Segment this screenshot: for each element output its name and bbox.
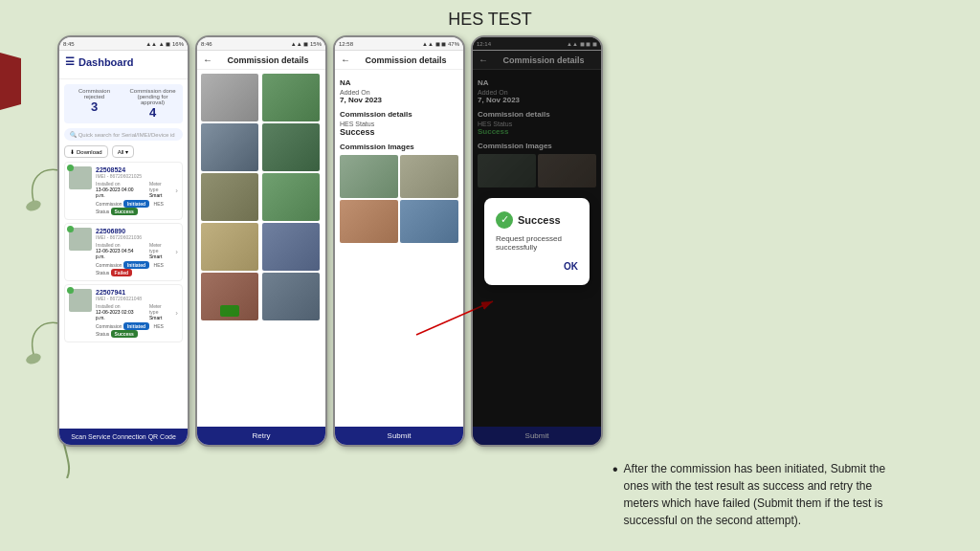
phone1-status-bar: 8:45 ▲▲ ▲ ◼ 16%: [59, 37, 188, 51]
phone2-commission: 8:46 ▲▲ ◼ 15% ← Commission details: [195, 35, 327, 447]
badge-commission-2: Initiated: [123, 261, 149, 269]
description-text: After the commission has been initiated,…: [624, 460, 900, 529]
p3-img-2: [400, 155, 458, 198]
meter-card-3[interactable]: 22507941 IMEI - 867206021048 Installed o…: [64, 284, 183, 342]
meter-card-2[interactable]: 22506890 IMEI - 867206021036 Installed o…: [64, 223, 183, 281]
chevron-right-2: ›: [175, 248, 178, 256]
commission-images-grid-2: [197, 70, 325, 324]
back-arrow-2[interactable]: ←: [203, 55, 212, 65]
chevron-right-1: ›: [175, 187, 178, 195]
scan-qr-button[interactable]: Scan Service Connection QR Code: [59, 429, 188, 445]
bullet-point: • After the commission has been initiate…: [612, 460, 900, 529]
phone1-dashboard-title: ☰ Dashboard: [65, 55, 182, 68]
success-title-row: ✓ Success: [496, 211, 578, 229]
download-button[interactable]: ⬇ Download: [64, 145, 108, 158]
commission-stats: Commission rejected 3 Commission done (p…: [64, 84, 183, 123]
p3-img-1: [340, 155, 398, 198]
meter-dates-3: Installed on 12-06-2023 02:03 p.m. Meter…: [96, 303, 171, 320]
bullet-dot: •: [612, 460, 618, 478]
stat-done: Commission done (pending for approval) 4: [126, 88, 179, 120]
phone3-header: ← Commission details: [335, 51, 463, 70]
phone4-success: 12:14 ▲▲ ◼ ◼ ◼ ← Commission details NA A…: [471, 35, 603, 447]
download-bar: ⬇ Download All ▾: [64, 145, 183, 158]
meter-dates-1: Installed on 13-06-2023 04:00 p.m. Meter…: [96, 181, 171, 198]
commission-image-2-4: [262, 123, 320, 171]
p3-img-4: [400, 200, 458, 243]
commission-image-2-6: [262, 173, 320, 221]
phone1-search[interactable]: 🔍 Quick search for Serial/IMEI/Device id: [64, 128, 183, 141]
arrow-overlay: [220, 305, 239, 317]
success-title: Success: [518, 214, 561, 226]
commission-image-2-2: [262, 74, 320, 121]
meter-dates-2: Installed on 12-06-2023 04:54 p.m. Meter…: [96, 242, 171, 259]
phone3-status-bar: 12:58 ▲▲ ◼ ◼ 47%: [335, 37, 463, 51]
meter-info-2: 22506890 IMEI - 867206021036 Installed o…: [96, 228, 171, 276]
meter-card-1[interactable]: 22508524 IMEI - 867206021025 Installed o…: [64, 162, 183, 220]
success-check-icon: ✓: [496, 211, 513, 229]
green-dot-2: [67, 226, 74, 232]
commission-image-2-1: [201, 74, 258, 121]
commission-image-2-10: [262, 273, 320, 320]
phone2-status-bar: 8:46 ▲▲ ◼ 15%: [197, 37, 325, 51]
commission-image-2-3: [201, 123, 258, 171]
commission-image-2-8: [262, 223, 320, 271]
ok-button[interactable]: OK: [496, 261, 578, 272]
success-message: Request processed successfully: [496, 234, 578, 252]
page-title: HES TEST: [0, 0, 980, 35]
badge-hes-3: Success: [111, 330, 138, 338]
badge-hes-1: Success: [111, 208, 138, 215]
meter-info-1: 22508524 IMEI - 867206021025 Installed o…: [96, 166, 171, 215]
success-overlay: ✓ Success Request processed successfully…: [473, 37, 601, 445]
green-dot-1: [67, 165, 74, 171]
back-arrow-3[interactable]: ←: [341, 55, 350, 65]
phones-row: 8:45 ▲▲ ▲ ◼ 16% ☰ Dashboard Commission r…: [57, 35, 603, 447]
red-tab-decoration: [0, 53, 21, 110]
description-area: • After the commission has been initiate…: [612, 452, 900, 548]
phone1-body: Commission rejected 3 Commission done (p…: [59, 79, 188, 350]
submit-button-3[interactable]: Submit: [335, 427, 463, 445]
phone1-dashboard: 8:45 ▲▲ ▲ ◼ 16% ☰ Dashboard Commission r…: [57, 35, 189, 447]
phone1-header: ☰ Dashboard: [59, 51, 188, 79]
all-dropdown[interactable]: All ▾: [112, 145, 134, 158]
main-content: 8:45 ▲▲ ▲ ◼ 16% ☰ Dashboard Commission r…: [0, 35, 980, 548]
stat-rejected: Commission rejected 3: [68, 88, 121, 120]
success-dialog: ✓ Success Request processed successfully…: [484, 198, 590, 285]
green-dot-3: [67, 287, 74, 294]
chevron-right-3: ›: [175, 309, 178, 318]
meter-info-3: 22507941 IMEI - 867206021048 Installed o…: [96, 289, 171, 338]
phone3-commission-detail: 12:58 ▲▲ ◼ ◼ 47% ← Commission details NA…: [333, 35, 465, 447]
phone3-body: NA Added On 7, Nov 2023 Commission detai…: [335, 70, 463, 248]
p3-img-3: [340, 200, 398, 243]
badge-hes-2: Failed: [111, 269, 132, 276]
retry-button[interactable]: Retry: [197, 427, 325, 445]
commission-image-2-7: [201, 223, 258, 271]
phone3-images-grid: [340, 155, 458, 243]
phone2-header: ← Commission details: [197, 51, 325, 70]
badge-commission-1: Initiated: [123, 200, 149, 208]
commission-image-2-5: [201, 173, 258, 221]
badge-commission-3: Initiated: [123, 322, 149, 330]
commission-image-2-9: [201, 273, 258, 320]
